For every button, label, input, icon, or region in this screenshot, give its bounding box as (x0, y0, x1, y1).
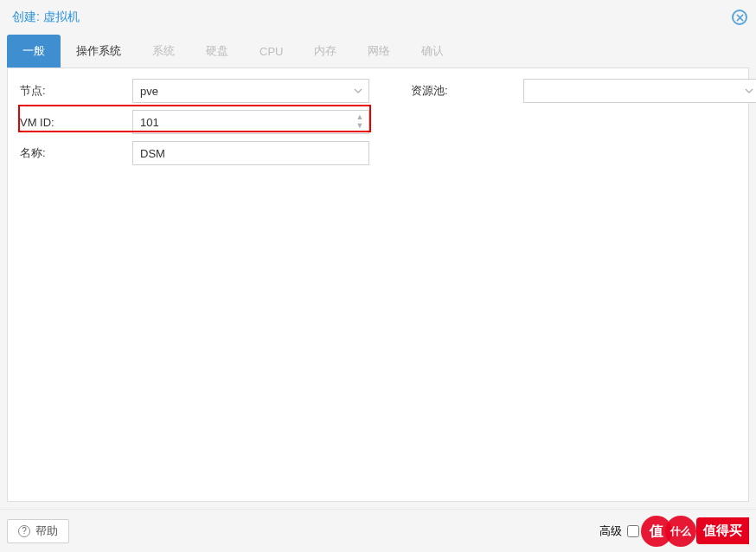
node-label: 节点: (20, 83, 132, 99)
dialog-title: 创建: 虚拟机 (12, 10, 80, 25)
form-panel: 节点: pve 资源池: VM ID: ▲ ▼ (7, 67, 749, 502)
dialog-footer: ? 帮助 高级 值 什么 值得买 (0, 509, 756, 552)
pool-label: 资源池: (411, 83, 523, 99)
chevron-down-icon[interactable] (739, 80, 756, 102)
advanced-label: 高级 (599, 523, 622, 539)
node-select[interactable]: pve (132, 79, 369, 103)
footer-right-group: 高级 值 什么 值得买 (599, 516, 749, 547)
tab-system: 系统 (137, 35, 190, 67)
dialog-window: 创建: 虚拟机 一般 操作系统 系统 硬盘 CPU 内存 网络 确认 节点: p… (0, 0, 756, 552)
watermark-circle-2: 什么 (665, 516, 696, 547)
close-button[interactable] (732, 10, 747, 25)
name-label: 名称: (20, 145, 132, 161)
close-icon (736, 14, 744, 22)
tab-strip: 一般 操作系统 系统 硬盘 CPU 内存 网络 确认 (0, 35, 756, 67)
watermark-badge: 值得买 (696, 517, 749, 544)
advanced-checkbox[interactable] (627, 525, 639, 537)
tab-confirm: 确认 (406, 35, 459, 67)
tab-memory: 内存 (298, 35, 352, 67)
help-button[interactable]: ? 帮助 (7, 519, 69, 543)
tab-network: 网络 (352, 35, 406, 67)
dialog-header: 创建: 虚拟机 (0, 0, 756, 35)
help-icon: ? (18, 525, 30, 537)
vmid-label: VM ID: (20, 116, 132, 129)
watermark: 值 什么 值得买 (641, 516, 749, 547)
tab-general[interactable]: 一般 (7, 35, 61, 67)
spinner-down-icon[interactable]: ▼ (356, 122, 364, 131)
chevron-down-icon[interactable] (348, 80, 368, 102)
vmid-input[interactable] (140, 116, 346, 129)
vmid-spinner: ▲ ▼ (351, 111, 368, 133)
name-input[interactable] (140, 147, 362, 160)
tab-disk: 硬盘 (190, 35, 244, 67)
name-field[interactable] (132, 141, 369, 165)
tab-cpu: CPU (244, 35, 298, 67)
pool-select[interactable] (523, 79, 756, 103)
tab-os[interactable]: 操作系统 (61, 35, 137, 67)
help-label: 帮助 (35, 523, 58, 539)
vmid-field[interactable]: ▲ ▼ (132, 110, 369, 134)
node-value: pve (140, 85, 158, 98)
